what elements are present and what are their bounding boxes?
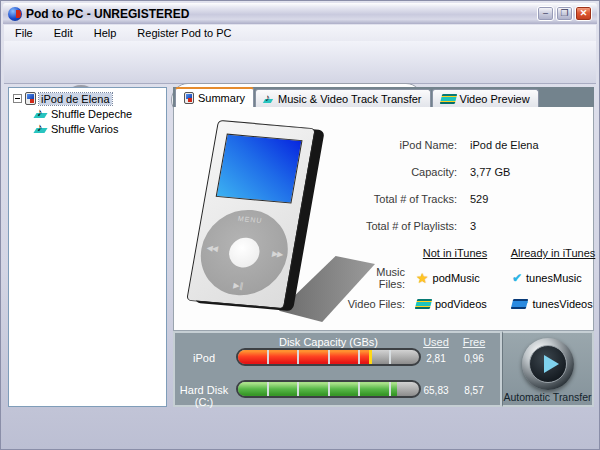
tree-item-ipod-root[interactable]: iPod de Elena bbox=[9, 91, 166, 106]
tab-strip: Summary ♪ Music & Video Track Transfer V… bbox=[173, 87, 594, 107]
used-column-header: Used bbox=[416, 336, 456, 348]
info-label: iPod Name: bbox=[352, 139, 457, 151]
wheel-rewind-icon: ◀◀ bbox=[206, 243, 218, 253]
maximize-button[interactable]: ❐ bbox=[556, 6, 573, 21]
tunes-music-value: tunesMusic bbox=[526, 272, 582, 284]
tab-label: Music & Video Track Transfer bbox=[278, 93, 421, 105]
harddisk-capacity-bar bbox=[236, 380, 421, 398]
music-note-icon: ♪ bbox=[264, 93, 274, 105]
automatic-transfer-panel: Automatic Transfer bbox=[502, 331, 594, 407]
menu-edit[interactable]: Edit bbox=[43, 26, 83, 40]
info-value: 3 bbox=[470, 220, 476, 232]
window-controls: – ❐ ✕ bbox=[537, 6, 592, 21]
bar-segment-dividers bbox=[238, 350, 419, 364]
star-icon: ★ bbox=[416, 272, 429, 284]
info-label: Total # of Tracks: bbox=[352, 193, 457, 205]
menu-register[interactable]: Register Pod to PC bbox=[126, 26, 241, 40]
window-title: Pod to PC - UNREGISTERED bbox=[26, 7, 189, 21]
already-in-itunes-header: Already in iTunes bbox=[505, 247, 600, 259]
info-label: Capacity: bbox=[352, 166, 457, 178]
not-in-itunes-header: Not in iTunes bbox=[409, 247, 501, 259]
info-row: Total # of Playlists: 3 bbox=[352, 220, 539, 232]
automatic-transfer-label: Automatic Transfer bbox=[503, 391, 592, 403]
playlist-note-icon: ♪ bbox=[35, 122, 48, 135]
tree-root-label[interactable]: iPod de Elena bbox=[39, 93, 112, 105]
disk-capacity-panel: Disk Capacity (GBs) Used Free iPod 2,81 … bbox=[173, 331, 502, 407]
device-tree-panel: iPod de Elena ♪ Shuffle Depeche ♪ Shuffl… bbox=[8, 87, 167, 407]
info-value: 3,77 GB bbox=[470, 166, 510, 178]
bar-segment-dividers bbox=[238, 382, 419, 396]
tab-video-preview[interactable]: Video Preview bbox=[432, 89, 539, 107]
menu-help[interactable]: Help bbox=[83, 26, 127, 40]
summary-tab-icon bbox=[184, 92, 194, 104]
harddisk-used-value: 65,83 bbox=[416, 385, 456, 396]
music-files-label: Music Files: bbox=[347, 266, 405, 290]
automatic-transfer-button[interactable] bbox=[522, 338, 574, 390]
info-row: Total # of Tracks: 529 bbox=[352, 193, 539, 205]
info-value: iPod de Elena bbox=[470, 139, 539, 151]
free-column-header: Free bbox=[454, 336, 494, 348]
ipod-device-icon bbox=[25, 92, 36, 105]
disk-capacity-title: Disk Capacity (GBs) bbox=[236, 336, 421, 348]
toolbar: ◀◀ ▶ ▶▶ Pod to PC (double-click a track … bbox=[4, 41, 596, 84]
wheel-playpause-icon: ▶∥ bbox=[195, 277, 282, 293]
ipod-click-wheel: MENU ◀◀ ▶▶ ▶∥ bbox=[194, 206, 295, 299]
playlist-note-icon: ♪ bbox=[35, 107, 48, 120]
menu-bar: File Edit Help Register Pod to PC bbox=[4, 25, 596, 41]
video-files-label: Video Files: bbox=[347, 298, 405, 310]
film-icon bbox=[415, 299, 432, 309]
info-row: Capacity: 3,77 GB bbox=[352, 166, 539, 178]
film-icon bbox=[511, 299, 528, 309]
film-icon bbox=[439, 94, 456, 104]
ipod-screen bbox=[216, 134, 303, 204]
ipod-bar-label: iPod bbox=[175, 352, 233, 364]
summary-panel: MENU ◀◀ ▶▶ ▶∥ iPod Name: iPod de Elena C… bbox=[173, 107, 594, 331]
wheel-menu-label: MENU bbox=[207, 212, 294, 226]
info-label: Total # of Playlists: bbox=[352, 220, 457, 232]
ipod-info-block: iPod Name: iPod de Elena Capacity: 3,77 … bbox=[352, 139, 539, 247]
pod-videos-cell: podVideos bbox=[409, 298, 501, 310]
harddisk-bar-label: Hard Disk (C:) bbox=[175, 384, 233, 408]
app-icon bbox=[8, 7, 22, 21]
pod-music-value: podMusic bbox=[433, 272, 480, 284]
tunes-videos-value: tunesVideos bbox=[532, 298, 592, 310]
tree-collapse-icon[interactable] bbox=[13, 94, 22, 103]
pod-music-cell: ★ podMusic bbox=[409, 272, 501, 284]
minimize-button[interactable]: – bbox=[537, 6, 554, 21]
tab-track-transfer[interactable]: ♪ Music & Video Track Transfer bbox=[255, 89, 430, 107]
wheel-forward-icon: ▶▶ bbox=[271, 249, 283, 259]
ipod-capacity-bar bbox=[236, 348, 421, 366]
tunes-music-cell: ✔ tunesMusic bbox=[505, 272, 600, 284]
close-button[interactable]: ✕ bbox=[575, 6, 592, 21]
harddisk-free-value: 8,57 bbox=[454, 385, 494, 396]
title-bar: Pod to PC - UNREGISTERED – ❐ ✕ bbox=[3, 3, 597, 24]
play-icon bbox=[544, 355, 559, 373]
ipod-free-value: 0,96 bbox=[454, 353, 494, 364]
app-window: Pod to PC - UNREGISTERED – ❐ ✕ File Edit… bbox=[0, 0, 600, 450]
tab-summary[interactable]: Summary bbox=[175, 87, 254, 107]
tree-item-playlist[interactable]: ♪ Shuffle Varios bbox=[9, 121, 166, 136]
info-row: iPod Name: iPod de Elena bbox=[352, 139, 539, 151]
tree-child-label[interactable]: Shuffle Depeche bbox=[51, 108, 132, 120]
info-value: 529 bbox=[470, 193, 488, 205]
pod-videos-value: podVideos bbox=[435, 298, 487, 310]
check-icon: ✔ bbox=[512, 272, 522, 284]
tunes-videos-cell: ✔ tunesVideos bbox=[505, 297, 600, 310]
ipod-used-value: 2,81 bbox=[416, 353, 456, 364]
tab-label: Summary bbox=[198, 92, 245, 104]
tree-child-label[interactable]: Shuffle Varios bbox=[51, 123, 118, 135]
tree-item-playlist[interactable]: ♪ Shuffle Depeche bbox=[9, 106, 166, 121]
itunes-comparison-block: Not in iTunes Already in iTunes Music Fi… bbox=[347, 247, 600, 310]
wheel-center-button bbox=[227, 236, 262, 268]
menu-file[interactable]: File bbox=[4, 26, 43, 40]
tab-label: Video Preview bbox=[460, 93, 530, 105]
